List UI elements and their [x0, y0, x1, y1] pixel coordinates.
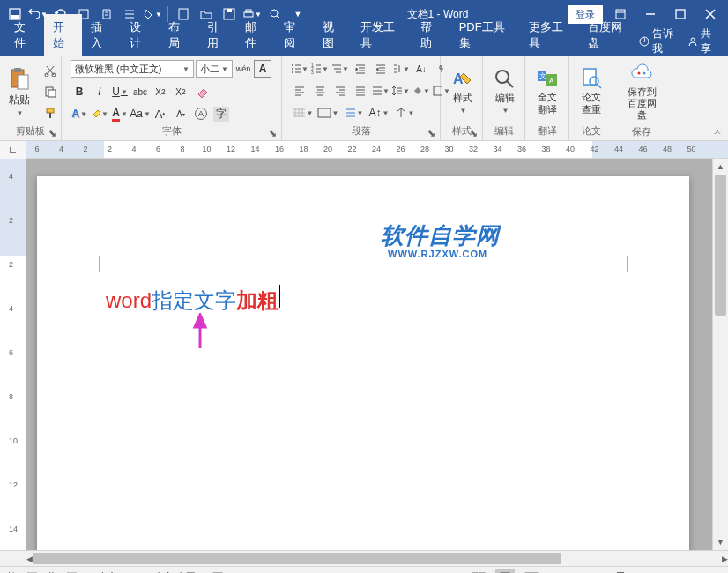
- copy-icon[interactable]: [41, 82, 60, 101]
- margin-corner-tr: [612, 256, 628, 272]
- save-cloud-button[interactable]: 保存到 百度网盘: [617, 58, 666, 125]
- underline-button[interactable]: U▼: [111, 83, 129, 100]
- tab-more[interactable]: 更多工具: [520, 14, 579, 56]
- paste-button[interactable]: 粘贴 ▼: [4, 63, 35, 121]
- align-left-button[interactable]: [291, 82, 308, 100]
- tab-file[interactable]: 文件: [5, 14, 44, 56]
- para-btn-d[interactable]: A↕▼: [368, 104, 390, 122]
- superscript-button[interactable]: X2: [172, 83, 189, 100]
- tab-view[interactable]: 视图: [314, 14, 353, 56]
- collapse-ribbon-icon[interactable]: ㅅ: [710, 126, 724, 138]
- svg-point-23: [292, 71, 293, 73]
- horizontal-ruler[interactable]: 6422468101214161820222426283032343638404…: [26, 141, 728, 158]
- scroll-down-button[interactable]: ▼: [713, 534, 728, 550]
- text-cursor: [279, 285, 280, 308]
- svg-point-22: [292, 68, 293, 70]
- font-name-combo[interactable]: 微软雅黑 (中文正文)▼: [71, 60, 194, 78]
- snap-grid-button[interactable]: ▼: [291, 104, 314, 122]
- para-btn-c[interactable]: ▼: [342, 104, 365, 122]
- tab-pdf[interactable]: PDF工具集: [450, 14, 520, 56]
- svg-text:文: 文: [539, 72, 546, 80]
- char-border-icon[interactable]: A: [254, 60, 271, 78]
- hruler-right-margin: [592, 141, 728, 158]
- tell-me[interactable]: 告诉我: [639, 26, 680, 56]
- maximize-icon[interactable]: [668, 4, 693, 24]
- font-launcher[interactable]: ⬊: [267, 128, 278, 138]
- clear-format-icon[interactable]: [192, 83, 215, 100]
- cut-icon[interactable]: [41, 61, 60, 80]
- bold-button[interactable]: B: [71, 83, 88, 100]
- svg-rect-5: [227, 9, 232, 12]
- view-web-button[interactable]: [522, 569, 541, 574]
- tab-review[interactable]: 审阅: [275, 14, 314, 56]
- vscroll-track[interactable]: [713, 175, 728, 534]
- phonetic-guide-icon[interactable]: wén: [234, 60, 252, 78]
- italic-button[interactable]: I: [91, 83, 108, 100]
- font-size-combo[interactable]: 小二▼: [196, 60, 233, 78]
- thesis-button[interactable]: 论文 查重: [573, 63, 610, 118]
- edit-button[interactable]: 编辑▼: [487, 64, 524, 117]
- tab-design[interactable]: 设计: [121, 14, 160, 56]
- change-case-button[interactable]: Aa▼: [131, 105, 149, 123]
- justify-button[interactable]: [352, 82, 369, 100]
- scroll-up-button[interactable]: ▲: [713, 159, 728, 175]
- view-print-button[interactable]: [495, 569, 515, 574]
- increase-indent-button[interactable]: [372, 60, 390, 78]
- multilevel-button[interactable]: ▼: [331, 60, 349, 78]
- line-spacing-button[interactable]: ▼: [392, 82, 410, 100]
- format-painter-icon[interactable]: [41, 103, 60, 123]
- grow-font-button[interactable]: A▴: [152, 105, 169, 123]
- enclose-char-button[interactable]: A: [192, 105, 210, 123]
- scroll-left-button[interactable]: ◀: [26, 551, 33, 567]
- document-text[interactable]: word 指定文字 加粗: [106, 285, 280, 315]
- align-right-button[interactable]: [331, 82, 349, 100]
- tab-dev[interactable]: 开发工具: [352, 14, 411, 56]
- hscroll-thumb[interactable]: [33, 553, 561, 564]
- decrease-indent-button[interactable]: [352, 60, 369, 78]
- zoom-in-button[interactable]: +: [670, 569, 689, 574]
- zoom-out-button[interactable]: −: [548, 569, 568, 574]
- tab-home[interactable]: 开始: [44, 14, 83, 56]
- char-shading-button[interactable]: 字: [212, 105, 230, 123]
- para-btn-e[interactable]: ▼: [393, 104, 416, 122]
- minimize-icon[interactable]: [638, 4, 663, 24]
- tab-baidu[interactable]: 百度网盘: [579, 14, 638, 56]
- styles-launcher[interactable]: ⬊: [468, 128, 479, 138]
- strikethrough-button[interactable]: abc: [131, 83, 149, 100]
- text-effects-button[interactable]: A▼: [71, 105, 88, 123]
- vscroll-thumb[interactable]: [715, 175, 726, 316]
- distribute-button[interactable]: ▼: [372, 82, 390, 100]
- tab-help[interactable]: 帮助: [412, 14, 450, 56]
- highlight-button[interactable]: ▼: [91, 105, 108, 123]
- document-canvas[interactable]: 软件自学网 WWW.RJZXW.COM word 指定文字 加粗: [26, 159, 712, 550]
- asian-layout-button[interactable]: ▼: [392, 60, 410, 78]
- group-paragraph: ▼ 123▼ ▼ ▼ A↓ ▼ ▼ ▼ ▼ ▼ ▼: [282, 56, 441, 140]
- hscroll-track[interactable]: [33, 551, 722, 566]
- clipboard-launcher[interactable]: ⬊: [47, 128, 57, 138]
- font-color-button[interactable]: A▼: [111, 105, 129, 123]
- vertical-ruler[interactable]: 422468101214: [0, 159, 26, 550]
- tab-mail[interactable]: 邮件: [236, 14, 275, 56]
- subscript-button[interactable]: X2: [152, 83, 169, 100]
- shrink-font-button[interactable]: A▾: [172, 105, 189, 123]
- translate-button[interactable]: 文A全文 翻译: [529, 63, 566, 118]
- para-btn-b[interactable]: ▼: [316, 104, 339, 122]
- share-button[interactable]: 共享: [687, 26, 719, 56]
- bullets-button[interactable]: ▼: [291, 60, 308, 78]
- tab-selector[interactable]: [0, 141, 26, 159]
- view-read-button[interactable]: [469, 569, 488, 574]
- tell-me-label: 告诉我: [652, 26, 680, 56]
- scroll-right-button[interactable]: ▶: [722, 551, 728, 567]
- thesis-group-label: 论文: [573, 124, 609, 138]
- styles-button[interactable]: A样式▼: [444, 64, 481, 117]
- close-icon[interactable]: [698, 4, 723, 24]
- tab-insert[interactable]: 插入: [82, 14, 121, 56]
- sort-button[interactable]: A↓: [412, 60, 430, 78]
- tab-references[interactable]: 引用: [198, 14, 237, 56]
- shading-button[interactable]: ▼: [412, 82, 430, 100]
- align-center-button[interactable]: [311, 82, 329, 100]
- font-label: 字体⬊: [65, 124, 278, 138]
- tab-layout[interactable]: 布局: [160, 14, 198, 56]
- numbering-button[interactable]: 123▼: [311, 60, 329, 78]
- para-launcher[interactable]: ⬊: [426, 128, 436, 138]
